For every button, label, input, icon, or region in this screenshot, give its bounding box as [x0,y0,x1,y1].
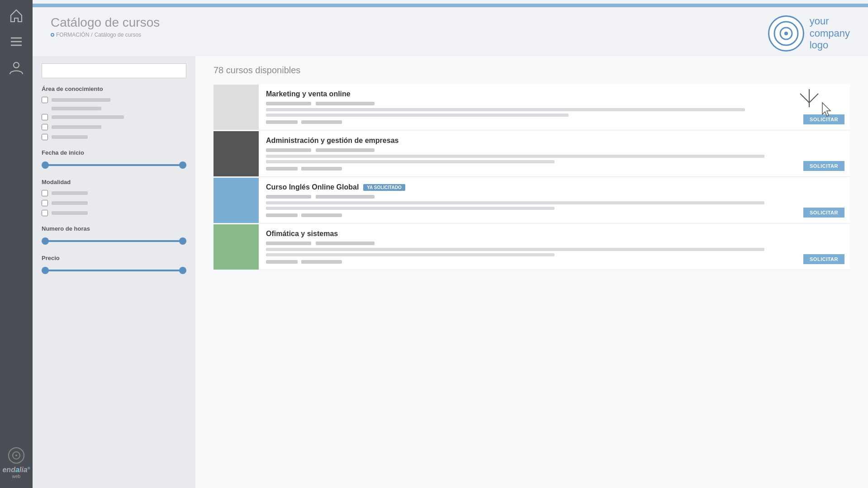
checkbox-item-3[interactable] [42,124,186,130]
checkbox-4[interactable] [42,134,48,140]
modalidad-label-3 [52,211,88,215]
modalidad-check-3[interactable] [42,210,48,216]
breadcrumb-current: Catálogo de cursos [95,32,141,38]
course-info-2: Administración y gestión de empresas [259,131,798,176]
course-image-2 [213,131,259,176]
content-area: Área de conocimiento [33,56,868,488]
tag-1a [266,120,298,124]
horas-slider[interactable] [42,237,186,246]
course-title-1: Marketing y venta online [266,90,770,98]
course-meta-2 [266,148,791,152]
course-meta-1 [266,102,770,105]
filter-area-conocimiento: Área de conocimiento [42,85,186,140]
left-navigation: endalia® web [0,0,33,488]
tag-4a [266,260,298,264]
desc-line-2b [266,160,555,163]
precio-slider-thumb-left[interactable] [42,267,49,274]
fecha-inicio-slider[interactable] [42,161,186,170]
main-wrapper: Catálogo de cursos FORMACIÓN / Catálogo … [33,0,868,488]
meta-pill-2b [316,148,375,152]
horas-slider-thumb-left[interactable] [42,237,49,245]
menu-nav-item[interactable] [5,31,27,52]
course-card-2: Administración y gestión de empresas SOL… [213,131,850,177]
course-image-1 [213,85,259,130]
page-header: Catálogo de cursos FORMACIÓN / Catálogo … [33,7,868,56]
precio-slider-thumb-right[interactable] [179,267,186,274]
meta-pill-1a [266,102,311,105]
course-tags-1 [266,120,770,124]
horas-slider-track [42,240,186,242]
solicitar-btn-2[interactable]: SOLICITAR [803,161,844,171]
header-left: Catálogo de cursos FORMACIÓN / Catálogo … [51,15,160,38]
desc-line-4a [266,248,764,251]
search-input[interactable] [42,63,186,78]
desc-line-1b [266,114,569,117]
sub-item-bar-1 [52,107,101,110]
modalidad-check-1[interactable] [42,190,48,196]
filter-modalidad-label: Modalidad [42,179,186,185]
checkbox-item-1[interactable] [42,97,186,103]
meta-pill-1b [316,102,375,105]
meta-pill-3b [316,195,375,199]
meta-pill-3a [266,195,311,199]
modalidad-checkbox-2[interactable] [42,200,186,206]
meta-pill-2a [266,148,311,152]
modalidad-checkbox-3[interactable] [42,210,186,216]
fecha-slider-thumb-right[interactable] [179,161,186,169]
company-logo-icon [773,20,800,47]
solicitar-btn-4[interactable]: SOLICITAR [803,254,844,264]
svg-point-3 [14,62,19,68]
breadcrumb-dot-icon [51,33,54,37]
endalia-wordmark: endalia® web [2,466,30,479]
course-action-3: SOLICITAR [798,178,850,223]
horas-slider-thumb-right[interactable] [179,237,186,245]
desc-line-4b [266,253,555,256]
tag-3a [266,213,298,217]
svg-point-6 [15,455,17,456]
desc-line-3b [266,207,555,210]
user-nav-item[interactable] [5,57,27,79]
course-list: 78 cursos disponibles Marketing y venta … [195,56,868,488]
company-logo-circle [768,15,804,52]
modalidad-label-2 [52,201,88,205]
breadcrumb-separator: / [91,32,92,38]
course-action-4: SOLICITAR [798,224,850,270]
ya-solicitado-badge: YA SOLICITADO [363,184,405,191]
course-tags-4 [266,260,791,264]
tag-1b [301,120,342,124]
tag-4b [301,260,342,264]
checkbox-3[interactable] [42,124,48,130]
cursor-icon [821,102,834,118]
endalia-brand: endalia® web [2,442,30,483]
tag-2b [301,167,342,171]
checkbox-item-2[interactable] [42,114,186,120]
page-title: Catálogo de cursos [51,15,160,30]
checkbox-2[interactable] [42,114,48,120]
fecha-slider-thumb-left[interactable] [42,161,49,169]
course-meta-3 [266,195,791,199]
course-image-3 [213,178,259,223]
course-action-2: SOLICITAR [798,131,850,176]
checkbox-label-2 [52,115,124,119]
course-card-3: Curso Inglés Online Global YA SOLICITADO [213,178,850,223]
precio-slider[interactable] [42,266,186,275]
filter-numero-horas: Numero de horas [42,225,186,246]
solicitar-btn-3[interactable]: SOLICITAR [803,208,844,218]
endalia-logo-icon [8,447,25,464]
precio-slider-track [42,270,186,271]
course-title-3: Curso Inglés Online Global YA SOLICITADO [266,183,791,191]
course-info-3: Curso Inglés Online Global YA SOLICITADO [259,178,798,223]
sidebar-filters: Área de conocimiento [33,56,195,488]
checkbox-item-4[interactable] [42,134,186,140]
modalidad-checkbox-1[interactable] [42,190,186,196]
svg-point-9 [784,32,788,35]
modalidad-check-2[interactable] [42,200,48,206]
svg-line-11 [800,94,809,103]
checkbox-1[interactable] [42,97,48,103]
home-nav-item[interactable] [5,5,27,26]
course-meta-4 [266,242,791,245]
filter-numero-horas-label: Numero de horas [42,225,186,232]
course-tags-2 [266,167,791,171]
course-title-2: Administración y gestión de empresas [266,137,791,145]
company-logo-text: yourcompanylogo [810,15,850,51]
